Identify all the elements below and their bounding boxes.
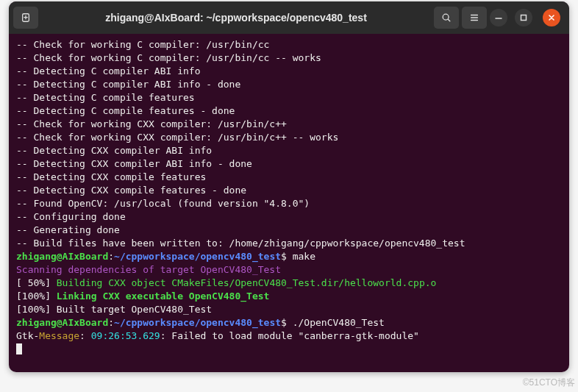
gtk-colon: :	[79, 330, 91, 341]
maximize-button[interactable]	[515, 9, 532, 26]
prompt-colon: :	[108, 317, 114, 328]
progress-100: [100%]	[16, 291, 57, 302]
titlebar: zhigang@AIxBoard: ~/cppworkspace/opencv4…	[9, 1, 569, 34]
cmake-line: -- Check for working C compiler: /usr/bi…	[16, 39, 269, 50]
cmd-make: make	[293, 251, 315, 262]
gtk-rest: : Failed to load module "canberra-gtk-mo…	[160, 330, 419, 341]
gtk-prefix: Gtk-	[16, 330, 39, 341]
cmake-line: -- Build files have been written to: /ho…	[16, 238, 465, 249]
close-button[interactable]	[543, 9, 560, 26]
cmake-line: -- Detecting CXX compiler ABI info - don…	[16, 158, 252, 169]
terminal-output[interactable]: -- Check for working C compiler: /usr/bi…	[9, 34, 569, 363]
prompt-path: ~/cppworkspace/opencv480_test	[114, 317, 281, 328]
cmake-line: -- Detecting CXX compiler ABI info	[16, 145, 212, 156]
progress-50: [ 50%]	[16, 277, 57, 288]
cmake-line: -- Detecting CXX compile features - done	[16, 185, 246, 196]
prompt-user: zhigang@AIxBoard	[16, 317, 108, 328]
cursor-icon	[16, 343, 22, 354]
menu-button[interactable]	[462, 7, 487, 29]
window-title: zhigang@AIxBoard: ~/cppworkspace/opencv4…	[41, 12, 431, 24]
cmake-line: -- Configuring done	[16, 211, 126, 222]
cmake-line: -- Detecting C compile features	[16, 92, 195, 103]
scan-deps-line: Scanning dependencies of target OpenCV48…	[16, 264, 281, 275]
prompt-dollar: $	[281, 317, 293, 328]
minimize-button[interactable]	[490, 9, 507, 26]
gtk-timestamp: 09:26:53.629	[91, 330, 160, 341]
prompt-user: zhigang@AIxBoard	[16, 251, 108, 262]
svg-rect-2	[521, 15, 527, 21]
cmake-line: -- Check for working CXX compiler: /usr/…	[16, 132, 338, 143]
cmake-line: -- Detecting C compiler ABI info	[16, 65, 200, 76]
cmake-line: -- Found OpenCV: /usr/local (found versi…	[16, 198, 310, 209]
new-tab-button[interactable]	[13, 7, 38, 29]
gtk-message-label: Message	[39, 330, 79, 341]
watermark: ©51CTO博客	[523, 377, 575, 389]
window-controls	[490, 9, 565, 26]
cmake-line: -- Check for working CXX compiler: /usr/…	[16, 118, 287, 129]
cmd-run: ./OpenCV480_Test	[293, 317, 385, 328]
cmake-line: -- Generating done	[16, 224, 120, 235]
cmake-line: -- Check for working C compiler: /usr/bi…	[16, 52, 321, 63]
cmake-line: -- Detecting C compiler ABI info - done	[16, 79, 240, 90]
prompt-colon: :	[108, 251, 114, 262]
prompt-dollar: $	[281, 251, 293, 262]
link-cxx-line: Linking CXX executable OpenCV480_Test	[57, 291, 270, 302]
terminal-window: zhigang@AIxBoard: ~/cppworkspace/opencv4…	[9, 1, 569, 372]
cmake-line: -- Detecting C compile features - done	[16, 105, 235, 116]
build-cxx-line: Building CXX object CMakeFiles/OpenCV480…	[57, 277, 437, 288]
built-target-line: [100%] Built target OpenCV480_Test	[16, 304, 212, 315]
prompt-path: ~/cppworkspace/opencv480_test	[114, 251, 281, 262]
cmake-line: -- Detecting CXX compile features	[16, 171, 206, 182]
search-button[interactable]	[434, 7, 459, 29]
